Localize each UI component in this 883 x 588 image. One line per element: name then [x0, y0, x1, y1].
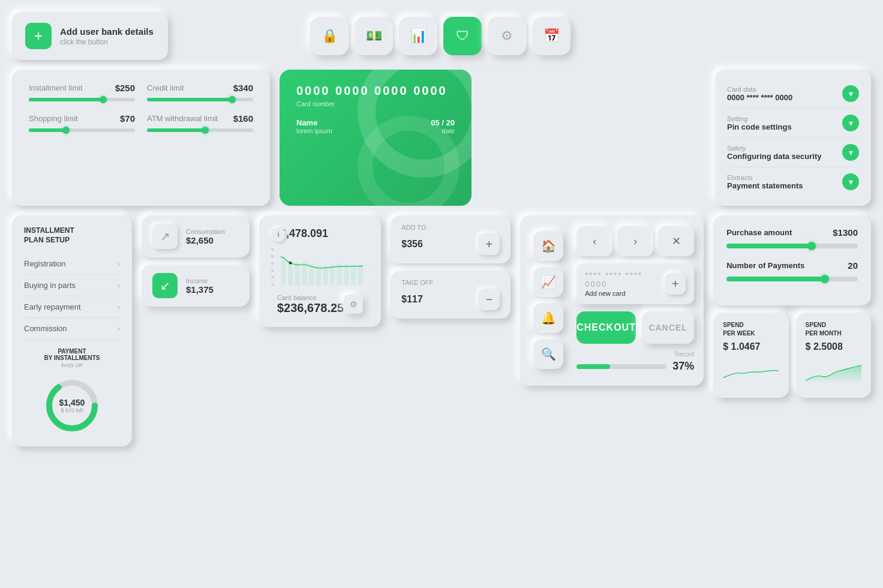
donut-chart: $1,450 $ 570 left — [42, 376, 102, 436]
add-btn[interactable]: + — [478, 233, 500, 255]
settings-gear-icon[interactable]: ⚙ — [344, 295, 363, 314]
chart-icon-btn2[interactable]: 📈 — [533, 267, 563, 297]
nav-close-btn[interactable]: ✕ — [658, 226, 694, 256]
svg-rect-14 — [281, 257, 286, 285]
nav-left-btn[interactable]: ‹ — [576, 226, 612, 256]
cancel-btn[interactable]: CANCEL — [642, 311, 694, 344]
svg-rect-21 — [330, 265, 335, 285]
card-number-label: Card number — [296, 100, 455, 107]
info-icon[interactable]: i — [271, 227, 286, 242]
svg-text:2k: 2k — [271, 276, 275, 279]
chart-area: 6k 5k 4k 3k 2k 1k — [271, 247, 369, 289]
svg-rect-23 — [344, 265, 349, 285]
plan-registration[interactable]: Registration› — [24, 253, 120, 275]
card-number: 0000 0000 0000 0000 — [296, 84, 455, 98]
add-new-card-label: Add new card — [585, 290, 665, 297]
record-bar — [576, 364, 609, 369]
svg-text:6k: 6k — [271, 248, 275, 251]
extracts-expand-btn[interactable]: ▾ — [842, 173, 859, 190]
take-off-card: TAKE OFF $117 − — [391, 271, 510, 319]
card-name-section: Name lorem ipsum — [296, 118, 332, 134]
purchase-panel: Purchase amount $1300 Number of Payments… — [713, 215, 871, 305]
nav-icons-panel: 🏠 📈 🔔 🔍 — [525, 221, 572, 380]
setting-card-data[interactable]: Card data 0000 **** **** 0000 ▾ — [727, 79, 859, 109]
checkout-btn[interactable]: CHECKOUT — [576, 311, 636, 344]
plan-buying[interactable]: Buying in parts› — [24, 275, 120, 296]
add-user-text: Add user bank details click the button — [60, 26, 154, 46]
home-icon-btn[interactable]: 🏠 — [533, 231, 563, 261]
lock-icon-btn[interactable]: 🔒 — [310, 17, 349, 55]
card-date-section: 05 / 20 date — [431, 118, 455, 134]
svg-rect-16 — [295, 263, 300, 285]
chart-card: i $ 6,478.091 6k 5k 4k 3k 2k 1k — [259, 215, 381, 327]
add-user-subtitle: click the button — [60, 38, 154, 46]
plan-commission[interactable]: Commission› — [24, 318, 120, 340]
spend-per-week-card: SPENDPER WEEK $ 1.0467 — [713, 313, 788, 398]
installment-plan: INSTALLMENTPLAN SETUP Registration› Buyi… — [12, 215, 132, 446]
svg-text:4k: 4k — [271, 262, 275, 265]
plan-title: INSTALLMENTPLAN SETUP — [24, 226, 120, 245]
top-icon-row: 🔒 💵 📊 🛡 ⚙ 📅 — [178, 12, 704, 60]
arrow-down-icon: ↙ — [152, 273, 178, 298]
nav-right-btn[interactable]: › — [617, 226, 653, 256]
svg-rect-25 — [358, 265, 363, 285]
payment-by-installments: PAYMENTBY INSTALLMENTS PAID UP $1,450 $ … — [24, 348, 120, 436]
svg-text:1k: 1k — [271, 283, 275, 286]
card-data-expand-btn[interactable]: ▾ — [842, 85, 859, 102]
chart-icon-btn[interactable]: 📊 — [399, 17, 437, 55]
consumption-card: ↗ Consumption $2,650 — [142, 215, 250, 257]
spend-per-month-card: SPENDPER MONTH $ 2.5008 — [796, 313, 871, 398]
limit-installment: Installment limit $250 — [29, 83, 135, 101]
limits-card: Installment limit $250 Credit limit $340 — [12, 70, 270, 206]
card-add-btn[interactable]: + — [665, 273, 686, 295]
svg-rect-22 — [337, 264, 342, 285]
record-label: Record — [576, 351, 694, 358]
subtract-btn[interactable]: − — [478, 289, 500, 310]
limits-grid: Installment limit $250 Credit limit $340 — [29, 83, 253, 132]
add-to-card: ADD TO $356 + — [391, 215, 510, 263]
pin-expand-btn[interactable]: ▾ — [842, 115, 859, 131]
dollar-icon-btn[interactable]: 💵 — [355, 17, 393, 55]
safety-expand-btn[interactable]: ▾ — [842, 144, 859, 161]
add-user-title: Add user bank details — [60, 26, 154, 37]
limit-atm: ATM withdrawal limit $160 — [147, 113, 253, 132]
svg-rect-24 — [351, 265, 356, 285]
credit-card: 0000 0000 0000 0000 Card number Name lor… — [280, 70, 471, 206]
plan-repayment[interactable]: Early repayment› — [24, 296, 120, 318]
shield-icon-btn[interactable]: 🛡 — [443, 17, 482, 55]
calendar-icon-btn[interactable]: 📅 — [532, 17, 570, 55]
card-settings-panel: Card data 0000 **** **** 0000 ▾ Setting … — [715, 70, 871, 206]
search-icon-btn[interactable]: 🔍 — [533, 339, 563, 369]
bell-icon-btn[interactable]: 🔔 — [533, 303, 563, 333]
arrow-up-icon: ↗ — [152, 224, 178, 249]
setting-extracts[interactable]: Etxtracts Payment statements ▾ — [727, 167, 859, 196]
svg-text:3k: 3k — [271, 269, 275, 272]
svg-rect-17 — [302, 262, 307, 284]
limit-shopping: Shopping limit $70 — [29, 113, 135, 132]
svg-point-26 — [289, 262, 292, 265]
gear-icon-btn[interactable]: ⚙ — [488, 17, 526, 55]
limit-credit: Credit limit $340 — [147, 83, 253, 101]
add-user-icon: + — [25, 23, 52, 49]
card-mask: **** **** **** 0000 — [585, 271, 665, 289]
record-pct: 37% — [672, 360, 694, 373]
setting-pin[interactable]: Setting Pin code settings ▾ — [727, 109, 859, 138]
add-user-card[interactable]: + Add user bank details click the button — [12, 12, 168, 60]
setting-safety[interactable]: Safety Configuring data security ▾ — [727, 138, 859, 167]
svg-text:5k: 5k — [271, 255, 275, 258]
income-card: ↙ Income $1,375 — [142, 265, 250, 307]
